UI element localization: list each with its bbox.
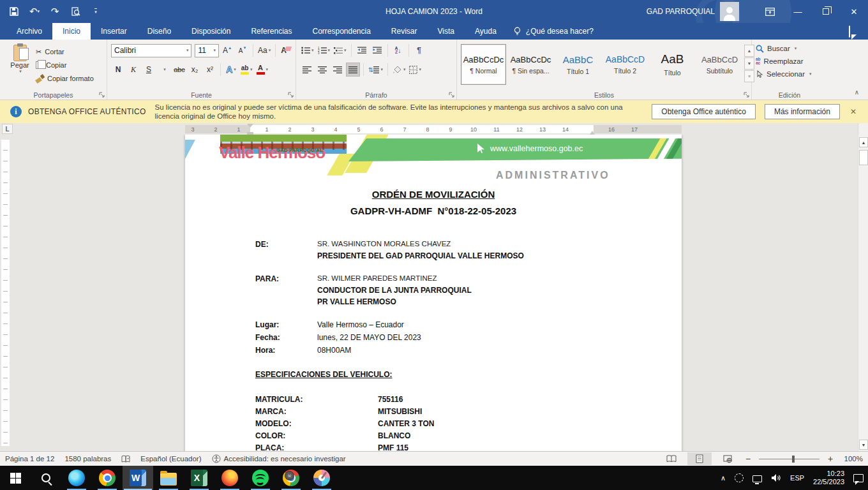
page-indicator[interactable]: Página 1 de 12	[5, 455, 54, 463]
style-sin-espaciado[interactable]: AaBbCcDc¶ Sin espa...	[508, 44, 553, 85]
multilevel-list-button[interactable]: ▾	[333, 43, 348, 57]
document-page[interactable]: www.vallehermoso.gob.ec Valle Hermoso GA…	[185, 135, 682, 451]
tab-referencias[interactable]: Referencias	[241, 23, 302, 40]
taskbar-edge[interactable]	[61, 466, 92, 490]
taskbar-spotify[interactable]	[245, 466, 276, 490]
tab-inicio[interactable]: Inicio	[52, 23, 91, 40]
tray-expand-chevron[interactable]: ∧	[716, 466, 730, 490]
tab-ayuda[interactable]: Ayuda	[465, 23, 507, 40]
taskbar-search-button[interactable]	[31, 466, 61, 490]
select-button[interactable]: Seleccionar▾	[756, 68, 825, 80]
style-titulo2[interactable]: AaBbCcDTítulo 2	[602, 44, 648, 85]
collapse-ribbon-button[interactable]: ∧	[855, 89, 859, 96]
accessibility-button[interactable]: Accesibilidad: es necesario investigar	[212, 454, 346, 463]
underline-dropdown[interactable]: ▾	[157, 63, 171, 77]
horizontal-ruler[interactable]: 3 2 1 1 2 3 4 5 6 7 8 9 10 11 12 13 14 1…	[185, 125, 682, 133]
numbering-button[interactable]: 123▾	[317, 43, 332, 57]
taskbar-chrome[interactable]	[92, 466, 123, 490]
scroll-down-button[interactable]: ▼	[859, 440, 868, 450]
zoom-in-button[interactable]: +	[826, 454, 835, 464]
find-button[interactable]: Buscar▾	[756, 42, 825, 55]
read-mode-button[interactable]	[659, 452, 684, 465]
shading-button[interactable]: ▾	[391, 63, 407, 77]
borders-button[interactable]: ▾	[408, 63, 423, 77]
bullets-button[interactable]: ▾	[300, 43, 315, 57]
strikethrough-button[interactable]: abc	[172, 63, 186, 77]
format-painter-button[interactable]: Copiar formato	[36, 73, 94, 84]
taskbar-word[interactable]	[123, 466, 153, 490]
save-button[interactable]	[5, 3, 23, 20]
avatar[interactable]	[720, 2, 739, 21]
align-center-button[interactable]	[315, 63, 329, 77]
restore-button[interactable]	[812, 0, 840, 23]
style-normal[interactable]: AaBbCcDc¶ Normal	[461, 44, 506, 85]
account-name[interactable]: GAD PARROQUIAL	[647, 7, 715, 16]
text-effects-button[interactable]: A▾	[224, 63, 238, 77]
print-layout-button[interactable]	[687, 452, 712, 465]
scrollbar-top-box[interactable]	[858, 123, 868, 135]
align-right-button[interactable]	[331, 63, 345, 77]
font-size-select[interactable]: 11▾	[195, 44, 219, 57]
style-titulo[interactable]: AaBTítulo	[650, 44, 695, 85]
dismiss-warning-icon[interactable]: ✕	[850, 107, 857, 116]
more-info-button[interactable]: Más información	[765, 104, 840, 119]
customize-qat-button[interactable]: ▾	[87, 3, 105, 20]
taskbar-excel[interactable]	[184, 466, 214, 490]
paste-dropdown-caret[interactable]: ▾	[19, 69, 22, 74]
scroll-up-button[interactable]: ▲	[859, 137, 868, 147]
align-left-button[interactable]	[300, 63, 314, 77]
line-spacing-button[interactable]: ⇅ ▾	[367, 63, 384, 77]
copy-button[interactable]: Copiar	[36, 59, 94, 71]
sync-tray-button[interactable]	[730, 466, 748, 490]
underline-button[interactable]: S	[142, 63, 156, 77]
bold-button[interactable]: N	[111, 63, 125, 77]
comments-button[interactable]	[849, 26, 862, 36]
style-subtitulo[interactable]: AaBbCcDSubtítulo	[697, 44, 742, 85]
superscript-button[interactable]: x²	[203, 63, 217, 77]
web-layout-button[interactable]	[715, 452, 740, 465]
ribbon-display-options-button[interactable]	[756, 0, 784, 23]
tab-diseno[interactable]: Diseño	[137, 23, 181, 40]
scrollbar-thumb[interactable]	[859, 150, 868, 165]
tab-vista[interactable]: Vista	[428, 23, 465, 40]
replace-button[interactable]: abac Reemplazar	[756, 55, 825, 68]
taskbar-paint[interactable]	[306, 466, 337, 490]
dialog-launcher-icon[interactable]	[288, 92, 294, 98]
tab-archivo[interactable]: Archivo	[6, 23, 52, 40]
justify-button[interactable]	[346, 63, 360, 77]
zoom-level[interactable]: 100%	[839, 455, 863, 463]
undo-dropdown-caret[interactable]: ▾	[38, 9, 40, 14]
minimize-button[interactable]: —	[784, 0, 812, 23]
taskbar-chrome-profile[interactable]: ☠	[276, 466, 306, 490]
close-button[interactable]: ✕	[840, 0, 868, 23]
tab-insertar[interactable]: Insertar	[91, 23, 137, 40]
taskbar-file-explorer[interactable]	[153, 466, 184, 490]
undo-button[interactable]: ↶▾	[26, 3, 43, 20]
zoom-slider[interactable]	[759, 459, 819, 459]
shrink-font-button[interactable]: A▼	[236, 43, 250, 57]
change-case-button[interactable]: Aa▾	[257, 43, 272, 57]
font-color-button[interactable]: A▾	[255, 63, 270, 77]
increase-indent-button[interactable]	[370, 43, 384, 57]
sort-button[interactable]: AZ↓	[391, 43, 405, 57]
input-language[interactable]: ESP	[786, 466, 809, 490]
tab-disposicion[interactable]: Disposición	[181, 23, 241, 40]
show-marks-button[interactable]: ¶	[412, 43, 426, 57]
redo-button[interactable]: ↷	[46, 3, 64, 20]
get-genuine-office-button[interactable]: Obtenga Office auténtico	[652, 104, 756, 119]
vertical-scrollbar[interactable]: ▲ ▼	[858, 135, 868, 451]
style-titulo1[interactable]: AaBbCTítulo 1	[555, 44, 601, 85]
tab-selector[interactable]: L	[2, 124, 13, 134]
cut-button[interactable]: ✂Cortar	[36, 46, 94, 57]
highlight-button[interactable]: ab▾	[239, 63, 254, 77]
clock[interactable]: 10:2322/5/2023	[809, 466, 849, 490]
paste-button[interactable]: Pegar ▾	[4, 42, 36, 89]
vertical-ruler[interactable]	[1, 140, 10, 446]
dialog-launcher-icon[interactable]	[744, 92, 750, 98]
tell-me-box[interactable]: ¿Qué desea hacer?	[507, 23, 600, 40]
dialog-launcher-icon[interactable]	[449, 92, 455, 98]
zoom-slider-handle[interactable]	[792, 456, 795, 463]
dialog-launcher-icon[interactable]	[99, 92, 105, 98]
italic-button[interactable]: K	[126, 63, 140, 77]
first-line-indent-marker[interactable]	[247, 124, 253, 131]
